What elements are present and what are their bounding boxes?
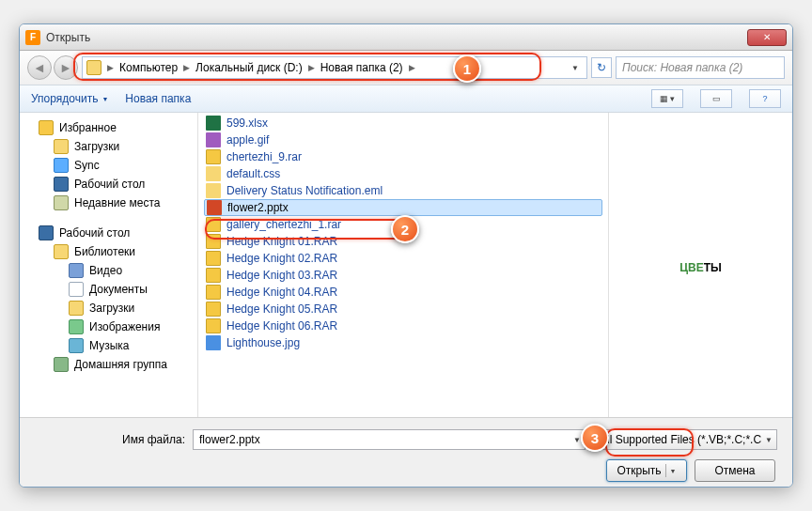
app-icon: F [25, 30, 40, 45]
document-icon [69, 282, 84, 297]
file-icon [206, 285, 221, 300]
breadcrumb-item[interactable]: Компьютер [116, 61, 181, 74]
close-button[interactable]: ✕ [747, 29, 787, 46]
preview-pane-button[interactable]: ▭ [700, 89, 732, 108]
homegroup-icon [54, 357, 69, 372]
callout-1: 1 [453, 54, 481, 83]
forward-button[interactable]: ► [54, 55, 78, 80]
file-name: Hedge Knight 01.RAR [226, 235, 337, 248]
breadcrumb-item[interactable]: Новая папка (2) [317, 61, 407, 74]
file-icon [206, 183, 221, 198]
breadcrumb-item[interactable]: Локальный диск (D:) [192, 61, 306, 74]
sidebar-recent[interactable]: Недавние места [20, 194, 197, 212]
search-input[interactable]: Поиск: Новая папка (2) [616, 56, 785, 79]
sidebar-libraries[interactable]: Библиотеки [20, 242, 197, 261]
cancel-button[interactable]: Отмена [695, 459, 775, 482]
file-icon [207, 200, 222, 215]
chevron-down-icon[interactable]: ▼ [765, 436, 773, 444]
chevron-right-icon: ▶ [409, 63, 415, 72]
sidebar-downloads[interactable]: Загрузки [20, 137, 197, 156]
file-name: Hedge Knight 04.RAR [226, 286, 337, 299]
desktop-icon [54, 177, 69, 192]
file-icon [206, 268, 221, 283]
dialog-bottom-panel: Имя файла: flower2.pptx ▼ All Supported … [20, 417, 792, 488]
file-name: default.css [226, 167, 280, 180]
file-name: chertezhi_9.rar [226, 150, 302, 163]
sync-icon [54, 158, 69, 173]
file-icon [206, 217, 221, 232]
file-item[interactable]: Hedge Knight 05.RAR [198, 301, 608, 317]
file-icon [206, 234, 221, 249]
breadcrumb-dropdown-icon[interactable]: ▼ [568, 64, 583, 72]
sidebar-documents[interactable]: Документы [20, 280, 197, 299]
button-row: Открыть ▼ Отмена [35, 459, 777, 482]
chevron-down-icon[interactable]: ▼ [573, 436, 581, 444]
file-item[interactable]: flower2.pptx [204, 199, 602, 216]
file-icon [206, 251, 221, 266]
file-name: Delivery Status Notification.eml [226, 184, 383, 197]
video-icon [69, 263, 84, 278]
sidebar-homegroup[interactable]: Домашняя группа [20, 355, 197, 374]
sidebar-desktop[interactable]: Рабочий стол [20, 224, 197, 242]
chevron-right-icon: ▶ [107, 63, 114, 72]
file-icon [206, 335, 221, 350]
sidebar-video[interactable]: Видео [20, 261, 197, 280]
refresh-button[interactable]: ↻ [591, 57, 612, 78]
preview-content: ЦВЕТЫ [679, 255, 722, 276]
file-name: Hedge Knight 05.RAR [226, 302, 337, 316]
file-item[interactable]: Hedge Knight 03.RAR [198, 267, 608, 284]
file-item[interactable]: Hedge Knight 06.RAR [198, 317, 608, 334]
file-item[interactable]: Hedge Knight 04.RAR [198, 284, 608, 301]
file-item[interactable]: Lighthouse.jpg [198, 334, 608, 351]
new-folder-button[interactable]: Новая папка [125, 92, 191, 105]
dialog-body: Избранное Загрузки Sync Рабочий стол Нед… [20, 113, 792, 417]
open-file-dialog: F Открыть ✕ ◄ ► ▶ Компьютер ▶ Локальный … [19, 23, 793, 488]
sidebar-desktop-fav[interactable]: Рабочий стол [20, 175, 197, 194]
callout-3: 3 [581, 424, 609, 452]
file-icon [206, 302, 221, 317]
sidebar-sync[interactable]: Sync [20, 156, 197, 175]
sidebar-downloads-lib[interactable]: Загрузки [20, 299, 197, 317]
sidebar-favorites[interactable]: Избранное [20, 118, 197, 137]
sidebar-music[interactable]: Музыка [20, 336, 197, 355]
filetype-dropdown[interactable]: All Supported Files (*.VB;*.C;*.C ▼ [593, 429, 777, 450]
file-item[interactable]: apple.gif [198, 132, 608, 148]
view-mode-button[interactable]: ▦ ▾ [651, 89, 683, 108]
file-name: Hedge Knight 03.RAR [226, 269, 337, 282]
file-item[interactable]: chertezhi_9.rar [198, 148, 608, 165]
library-icon [54, 244, 69, 259]
file-name: flower2.pptx [227, 201, 289, 214]
recent-icon [54, 195, 69, 210]
chevron-right-icon: ▶ [308, 63, 315, 72]
folder-icon [54, 139, 69, 154]
search-placeholder: Поиск: Новая папка (2) [622, 61, 742, 74]
filename-input[interactable]: flower2.pptx ▼ [193, 429, 586, 450]
file-item[interactable]: Hedge Knight 02.RAR [198, 250, 608, 267]
breadcrumb-bar[interactable]: ▶ Компьютер ▶ Локальный диск (D:) ▶ Нова… [82, 56, 587, 79]
file-name: Hedge Knight 02.RAR [226, 252, 337, 265]
titlebar: F Открыть ✕ [20, 24, 792, 51]
file-icon [206, 166, 221, 181]
file-list[interactable]: 599.xlsxapple.gifchertezhi_9.rardefault.… [198, 113, 608, 417]
open-button[interactable]: Открыть ▼ [606, 459, 687, 482]
file-name: apple.gif [226, 133, 269, 147]
organize-button[interactable]: Упорядочить▼ [31, 92, 108, 105]
chevron-down-icon[interactable]: ▼ [670, 468, 677, 474]
help-button[interactable]: ? [749, 89, 781, 108]
callout-2: 2 [391, 215, 419, 243]
navigation-row: ◄ ► ▶ Компьютер ▶ Локальный диск (D:) ▶ … [20, 51, 792, 85]
file-item[interactable]: default.css [198, 165, 608, 182]
file-item[interactable]: 599.xlsx [198, 115, 608, 132]
sidebar-images[interactable]: Изображения [20, 317, 197, 336]
chevron-right-icon: ▶ [183, 63, 190, 72]
back-button[interactable]: ◄ [27, 55, 52, 80]
chevron-down-icon: ▼ [102, 96, 108, 102]
file-item[interactable]: Delivery Status Notification.eml [198, 182, 608, 199]
image-icon [69, 319, 84, 334]
music-icon [69, 338, 84, 353]
filename-row: Имя файла: flower2.pptx ▼ All Supported … [35, 429, 777, 450]
toolbar: Упорядочить▼ Новая папка ▦ ▾ ▭ ? [20, 85, 792, 113]
file-name: 599.xlsx [226, 116, 268, 130]
star-icon [39, 120, 54, 135]
file-icon [206, 149, 221, 164]
